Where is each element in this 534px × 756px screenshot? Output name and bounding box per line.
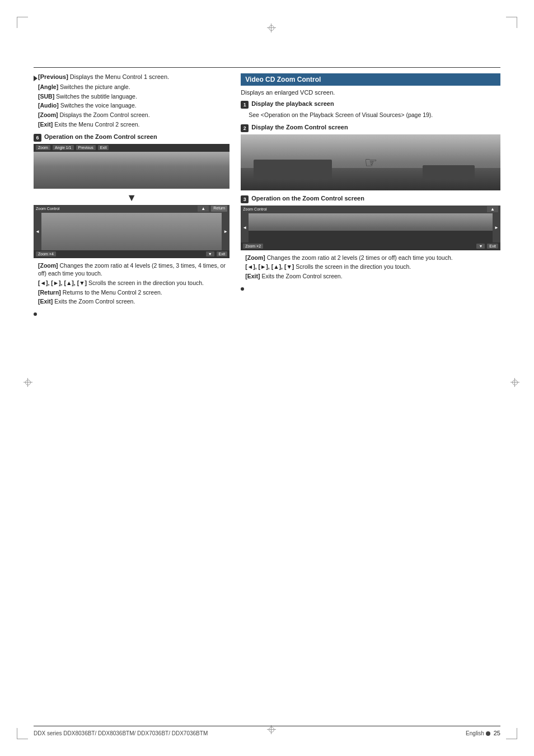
left-bottom-dot xyxy=(34,312,37,316)
corner-mark-tr xyxy=(506,17,517,28)
zoom-up-btn: ▲ xyxy=(198,206,209,212)
right-header-title: Video CD Zoom Control xyxy=(245,76,321,83)
corner-mark-br xyxy=(506,728,517,739)
left-bottom-dot-container xyxy=(34,310,229,317)
s6-text-arrows: Scrolls the screen in the direction you … xyxy=(88,279,204,286)
s6-item-zoom: [Zoom] Changes the zoom ratio at 4 level… xyxy=(38,262,229,278)
right-zoom-level: Zoom ×2 xyxy=(243,244,263,249)
text-zoom-left: Displays the Zoom Control screen. xyxy=(60,111,150,118)
key-audio: [Audio] xyxy=(38,102,59,109)
footer-model: DDX series DDX8036BT/ DDX8036BTM/ DDX703… xyxy=(34,730,208,736)
footer-page-num: 25 xyxy=(486,730,500,736)
right-zoom-up-btn: ▲ xyxy=(487,206,498,212)
item-previous: [Previous] Displays the Menu Control 1 s… xyxy=(34,73,229,81)
right-zoom-down-btn: ▼ xyxy=(476,244,485,249)
bar-item-previous: Previous xyxy=(76,145,96,150)
page-content: [Previous] Displays the Menu Control 1 s… xyxy=(34,67,500,689)
right-bottom-dot-container xyxy=(241,285,500,292)
zoom-return-btn: Return xyxy=(211,206,227,212)
s6-text-zoom: Changes the zoom ratio at 4 levels (2 ti… xyxy=(38,262,226,277)
right-screen-large: ☞ xyxy=(241,134,500,190)
text-sub: Switches the subtitle language. xyxy=(56,93,137,100)
zoom-control-label: Zoom Control xyxy=(36,207,59,211)
building-1 xyxy=(254,160,331,179)
zoom-bottom-buttons: ▼ Exit xyxy=(206,251,228,256)
badge-3: 3 xyxy=(241,195,249,203)
right-item3-items: [Zoom] Changes the zoom ratio at 2 level… xyxy=(241,254,500,281)
right-item3-title: Operation on the Zoom Control screen xyxy=(251,195,364,202)
r3-key-zoom: [Zoom] xyxy=(245,254,265,261)
r3-item-zoom: [Zoom] Changes the zoom ratio at 2 level… xyxy=(245,254,500,262)
right-zoom-label: Zoom Control xyxy=(243,207,266,211)
right-column: Video CD Zoom Control Displays an enlarg… xyxy=(241,73,500,317)
right-zoom-bottom-bar: Zoom ×2 ▼ Exit xyxy=(241,242,500,250)
item-angle: [Angle] Switches the picture angle. xyxy=(38,83,229,91)
text-angle: Switches the picture angle. xyxy=(60,83,130,90)
right-zoom-left-btn: ◄ xyxy=(241,213,249,242)
s6-key-zoom: [Zoom] xyxy=(38,262,58,269)
s6-item-arrows: [◄], [►], [▲], [▼] Scrolls the screen in… xyxy=(38,279,229,287)
s6-key-exit: [Exit] xyxy=(38,298,53,305)
right-land-bg xyxy=(249,231,493,242)
zoom-screen-bg xyxy=(41,213,222,250)
bar-item-zoom: Zoom xyxy=(36,145,50,150)
s6-text-exit: Exits the Zoom Control screen. xyxy=(54,298,135,305)
zoom-exit-btn: Exit xyxy=(217,251,228,256)
item-sub: [SUB] Switches the subtitle language. xyxy=(38,92,229,101)
badge-2: 2 xyxy=(241,124,249,132)
r3-text-arrows: Scrolls the screen in the direction you … xyxy=(296,263,411,270)
zoom-control-top-bar: Zoom Control ▲ Return xyxy=(34,205,229,213)
right-item1-header: 1 Display the playback screen xyxy=(241,100,500,109)
section6-header: 6 Operation on the Zoom Control screen xyxy=(34,133,229,142)
top-divider xyxy=(34,67,500,68)
s6-item-exit: [Exit] Exits the Zoom Control screen. xyxy=(38,297,229,306)
page-number: 25 xyxy=(494,730,500,736)
right-item1-text: See <Operation on the Playback Screen of… xyxy=(249,111,500,119)
zoom-right-btn: ► xyxy=(222,213,229,250)
right-zoom-screen-bg xyxy=(249,213,493,242)
down-arrow: ▼ xyxy=(34,192,229,204)
s6-text-return: Returns to the Menu Control 2 screen. xyxy=(63,289,162,296)
screen-bg xyxy=(34,152,229,189)
fake-zoom-control: Zoom Control ▲ Return ◄ ► Zoom ×4 xyxy=(34,205,229,258)
right-subtitle: Displays an enlarged VCD screen. xyxy=(241,89,500,96)
footer-lang: English xyxy=(466,730,484,736)
r3-item-exit: [Exit] Exits the Zoom Control screen. xyxy=(245,272,500,281)
right-zoom-right-btn: ► xyxy=(493,213,500,242)
right-header-box: Video CD Zoom Control xyxy=(241,73,500,86)
zoom-control-buttons: ▲ Return xyxy=(198,206,227,212)
s6-item-return: [Return] Returns to the Menu Control 2 s… xyxy=(38,288,229,297)
corner-mark-tl xyxy=(17,17,28,28)
bar-item-angle: Angle 1/1 xyxy=(53,145,74,150)
badge-6: 6 xyxy=(34,134,41,142)
footer-lang-page: English 25 xyxy=(466,730,500,736)
right-item1-title: Display the playback screen xyxy=(251,100,334,107)
pre-section-items: [Previous] Displays the Menu Control 1 s… xyxy=(34,73,229,129)
left-column: [Previous] Displays the Menu Control 1 s… xyxy=(34,73,229,317)
text-exit-left: Exits the Menu Control 2 screen. xyxy=(54,121,139,128)
right-fake-screen-large: ☞ xyxy=(241,134,500,190)
r3-key-arrows: [◄], [►], [▲], [▼] xyxy=(245,263,294,270)
screen-zoom-menu: Zoom Angle 1/1 Previous Exit ☞ xyxy=(34,144,229,189)
right-item2-title: Display the Zoom Control screen xyxy=(251,124,348,130)
r3-text-zoom: Changes the zoom ratio at 2 levels (2 ti… xyxy=(267,254,453,261)
screen-top-bar: Zoom Angle 1/1 Previous Exit xyxy=(34,144,229,152)
page-bullet xyxy=(486,731,490,736)
right-fake-zoom: Zoom Control ▲ ◄ ► Zoom ×2 ▼ xyxy=(241,206,500,250)
building-2 xyxy=(423,165,475,179)
key-zoom-left: [Zoom] xyxy=(38,111,58,118)
right-bottom-dot xyxy=(241,287,244,291)
corner-mark-bl xyxy=(17,728,28,739)
page-footer: DDX series DDX8036BT/ DDX8036BTM/ DDX703… xyxy=(34,726,500,736)
key-exit-left: [Exit] xyxy=(38,121,53,128)
screen-zoom-control-left: Zoom Control ▲ Return ◄ ► Zoom ×4 xyxy=(34,205,229,258)
right-item2-header: 2 Display the Zoom Control screen xyxy=(241,124,500,132)
s6-key-return: [Return] xyxy=(38,289,61,296)
zoom-bottom-bar: Zoom ×4 ▼ Exit xyxy=(34,250,229,258)
item-exit-left: [Exit] Exits the Menu Control 2 screen. xyxy=(38,120,229,129)
s6-key-arrows: [◄], [►], [▲], [▼] xyxy=(38,279,87,286)
text-previous: Displays the Menu Control 1 screen. xyxy=(70,73,169,80)
main-layout: [Previous] Displays the Menu Control 1 s… xyxy=(34,73,500,317)
item-zoom-left: [Zoom] Displays the Zoom Control screen. xyxy=(38,111,229,119)
zoom-down-btn: ▼ xyxy=(206,251,214,256)
